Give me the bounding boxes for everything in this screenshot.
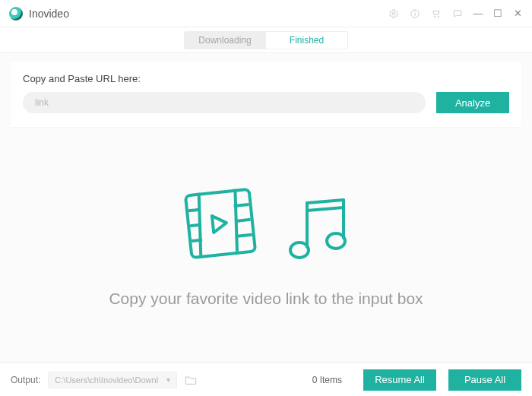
svg-line-11	[192, 240, 202, 241]
chat-icon[interactable]	[451, 8, 464, 20]
tab-downloading[interactable]: Downloading	[184, 31, 266, 49]
titlebar-right: — ☐ ✕	[388, 8, 523, 20]
app-logo-icon	[9, 7, 23, 21]
url-panel: Copy and Paste URL here: Analyze	[11, 62, 521, 127]
info-icon[interactable]	[409, 8, 421, 20]
output-path-text: C:\Users\ch\Inovideo\Downl	[55, 375, 158, 385]
footer: Output: C:\Users\ch\Inovideo\Downl ▾ 0 I…	[0, 363, 532, 396]
svg-point-20	[290, 242, 309, 258]
empty-message: Copy your favorite video link to the inp…	[109, 290, 423, 308]
cart-icon[interactable]	[430, 8, 442, 20]
pause-all-button[interactable]: Pause All	[448, 369, 521, 391]
titlebar: Inovideo — ☐ ✕	[0, 0, 532, 27]
svg-marker-15	[212, 214, 227, 233]
analyze-button[interactable]: Analyze	[436, 92, 509, 113]
svg-point-5	[438, 16, 439, 17]
svg-point-0	[392, 12, 395, 15]
svg-point-3	[415, 11, 416, 11]
svg-line-14	[237, 235, 252, 236]
svg-rect-6	[185, 189, 255, 258]
app-title: Inovideo	[29, 8, 69, 20]
gear-icon[interactable]	[388, 8, 400, 20]
tabs: Downloading Finished	[184, 31, 348, 49]
url-label: Copy and Paste URL here:	[23, 73, 509, 84]
minimize-button[interactable]: —	[473, 8, 483, 19]
main-empty-state: Copy your favorite video link to the inp…	[0, 127, 532, 363]
svg-point-4	[434, 16, 435, 17]
svg-line-10	[190, 225, 201, 226]
close-button[interactable]: ✕	[512, 8, 523, 19]
items-count: 0 Items	[312, 375, 342, 385]
titlebar-left: Inovideo	[9, 7, 69, 21]
svg-line-17	[307, 208, 344, 211]
tab-finished[interactable]: Finished	[266, 31, 348, 49]
svg-line-13	[236, 220, 251, 221]
open-folder-button[interactable]	[185, 374, 197, 386]
tabs-row: Downloading Finished	[0, 27, 532, 53]
film-icon	[181, 182, 264, 268]
output-path-field[interactable]: C:\Users\ch\Inovideo\Downl ▾	[48, 372, 177, 388]
svg-line-16	[307, 200, 344, 203]
url-row: Analyze	[23, 92, 509, 113]
music-note-icon	[283, 192, 351, 268]
illustration	[181, 182, 351, 268]
output-label: Output:	[11, 375, 40, 385]
svg-line-12	[234, 204, 249, 206]
maximize-button[interactable]: ☐	[492, 8, 503, 19]
url-input[interactable]	[23, 92, 426, 113]
svg-line-9	[188, 210, 199, 211]
svg-point-21	[327, 233, 345, 249]
resume-all-button[interactable]: Resume All	[363, 369, 436, 391]
chevron-down-icon[interactable]: ▾	[166, 375, 170, 384]
